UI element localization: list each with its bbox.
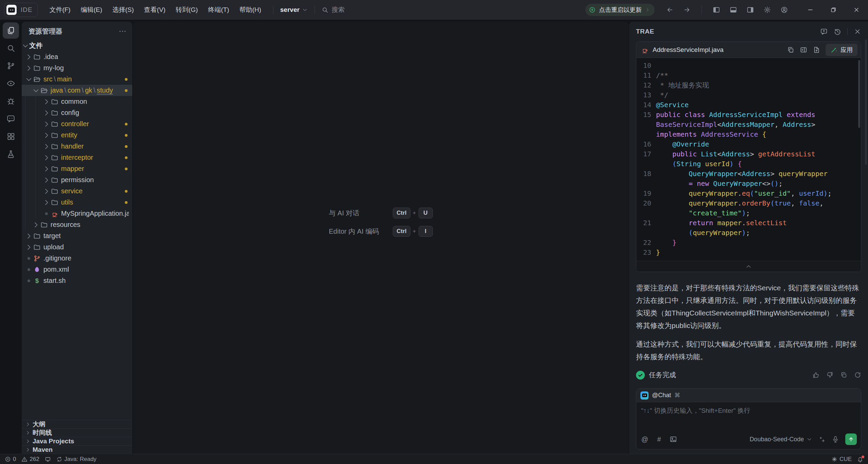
activity-tests-button[interactable] bbox=[3, 146, 19, 162]
global-search-button[interactable]: 搜索 bbox=[322, 5, 345, 14]
panel-scrollbar[interactable] bbox=[865, 39, 867, 165]
menu-文件[interactable]: 文件(F) bbox=[44, 3, 76, 17]
enhance-prompt-button[interactable] bbox=[818, 436, 826, 443]
section-Java Projects[interactable]: Java Projects bbox=[22, 437, 132, 445]
nav-forward-button[interactable] bbox=[680, 3, 694, 17]
tree-item-java-com-gk-study[interactable]: java\com\gk\study bbox=[22, 85, 132, 96]
menu-编辑[interactable]: 编辑(E) bbox=[76, 3, 107, 17]
apply-code-button[interactable]: 应用 bbox=[826, 44, 857, 56]
restart-to-update-button[interactable]: 点击重启以更新 bbox=[585, 4, 655, 16]
problems-warnings[interactable]: 262 bbox=[21, 456, 39, 463]
send-message-button[interactable] bbox=[845, 433, 857, 445]
folder-icon bbox=[33, 64, 41, 72]
tree-item-mapper[interactable]: mapper bbox=[22, 163, 132, 174]
toggle-right-sidebar-button[interactable] bbox=[743, 3, 757, 17]
activity-extensions-button[interactable] bbox=[3, 128, 19, 144]
tree-item-my-log[interactable]: my-log bbox=[22, 62, 132, 74]
menu-转到[interactable]: 转到(G) bbox=[171, 3, 203, 17]
key-cap: U bbox=[419, 208, 433, 218]
code-scrollbar[interactable] bbox=[858, 60, 860, 128]
mention-button[interactable]: @ bbox=[641, 436, 649, 443]
tree-item-upload[interactable]: upload bbox=[22, 241, 132, 253]
thumbs-down-button[interactable] bbox=[826, 371, 833, 379]
tree-item-src-main[interactable]: src\main bbox=[22, 74, 132, 85]
create-file-button[interactable] bbox=[813, 46, 820, 54]
activity-explorer-button[interactable] bbox=[3, 22, 19, 39]
tree-item-service[interactable]: service bbox=[22, 186, 132, 197]
tree-item-utils[interactable]: utils bbox=[22, 197, 132, 208]
thumbs-up-button[interactable] bbox=[812, 371, 819, 379]
tree-item-handler[interactable]: handler bbox=[22, 141, 132, 152]
tree-item-config[interactable]: config bbox=[22, 107, 132, 118]
project-selector[interactable]: server bbox=[280, 6, 308, 14]
activity-debug-button[interactable] bbox=[3, 93, 19, 109]
insert-to-editor-button[interactable] bbox=[800, 46, 807, 54]
chat-input[interactable]: "↑↓" 切换历史输入，"Shift+Enter" 换行 bbox=[636, 402, 861, 432]
voice-input-button[interactable] bbox=[832, 436, 839, 443]
tree-item-pom.xml[interactable]: pom.xml bbox=[22, 264, 132, 275]
notifications-button[interactable] bbox=[857, 456, 863, 462]
cue-toggle[interactable]: CUE bbox=[831, 456, 852, 463]
tree-item-.idea[interactable]: .idea bbox=[22, 51, 132, 62]
collapse-code-button[interactable] bbox=[636, 261, 861, 272]
copy-response-button[interactable] bbox=[840, 371, 847, 379]
attach-image-button[interactable] bbox=[670, 436, 677, 443]
window-restore-button[interactable] bbox=[822, 0, 845, 19]
tree-item-interceptor[interactable]: interceptor bbox=[22, 152, 132, 163]
window-close-button[interactable] bbox=[845, 0, 868, 19]
new-chat-button[interactable] bbox=[820, 28, 828, 35]
activity-chat-button[interactable] bbox=[3, 111, 19, 127]
hint-label: 与 AI 对话 bbox=[329, 209, 360, 218]
code-block[interactable]: 1011/**12 * 地址服务实现13 */14@Service15publi… bbox=[636, 58, 861, 261]
tree-item-target[interactable]: target bbox=[22, 230, 132, 241]
regenerate-button[interactable] bbox=[854, 371, 861, 379]
explorer-more-button[interactable]: ⋯ bbox=[119, 27, 127, 36]
tree-item-.gitignore[interactable]: .gitignore bbox=[22, 253, 132, 264]
menu-选择[interactable]: 选择(S) bbox=[107, 3, 139, 17]
chevron-right-icon bbox=[43, 165, 50, 173]
tree-item-resources[interactable]: resources bbox=[22, 219, 132, 230]
menubar: 文件(F)编辑(E)选择(S)查看(V)转到(G)终端(T)帮助(H) bbox=[44, 3, 266, 17]
section-时间线[interactable]: 时间线 bbox=[22, 428, 132, 437]
nav-back-button[interactable] bbox=[663, 3, 677, 17]
tree-item-controller[interactable]: controller bbox=[22, 118, 132, 130]
model-selector[interactable]: Doubao-Seed-Code bbox=[750, 436, 812, 443]
java-status[interactable]: Java: Ready bbox=[56, 456, 97, 463]
hash-command-button[interactable]: # bbox=[655, 436, 663, 443]
ai-hint-row: Editor 内 AI 编码Ctrl+I bbox=[329, 226, 433, 237]
chat-history-button[interactable] bbox=[834, 28, 841, 35]
section-大纲[interactable]: 大纲 bbox=[22, 420, 132, 428]
app-menu-button[interactable]: IDE bbox=[4, 3, 38, 17]
editor-area[interactable]: 与 AI 对话Ctrl+UEditor 内 AI 编码Ctrl+I bbox=[133, 22, 629, 454]
tree-item-common[interactable]: common bbox=[22, 96, 132, 107]
tree-item-start.sh[interactable]: $start.sh bbox=[22, 275, 132, 286]
toggle-bottom-panel-button[interactable] bbox=[726, 3, 740, 17]
explorer-title: 资源管理器 bbox=[28, 27, 62, 36]
activity-search-button[interactable] bbox=[3, 40, 19, 56]
section-Maven[interactable]: Maven bbox=[22, 445, 132, 454]
tree-item-label: service bbox=[61, 187, 82, 195]
problems-errors[interactable]: 0 bbox=[5, 456, 16, 463]
activity-preview-eye-button[interactable] bbox=[3, 75, 19, 92]
tree-item-permission[interactable]: permission bbox=[22, 174, 132, 186]
tree-item-文件[interactable]: 文件 bbox=[22, 40, 132, 51]
menu-查看[interactable]: 查看(V) bbox=[139, 3, 171, 17]
window-minimize-button[interactable] bbox=[799, 0, 822, 19]
folder-icon bbox=[51, 143, 58, 150]
toggle-left-sidebar-button[interactable] bbox=[709, 3, 724, 17]
divider bbox=[314, 6, 315, 14]
error-icon bbox=[5, 456, 11, 462]
settings-gear-button[interactable] bbox=[760, 3, 774, 17]
menu-终端[interactable]: 终端(T) bbox=[203, 3, 234, 17]
tree-item-MySpringApplication.java[interactable]: MySpringApplication.java bbox=[22, 208, 132, 219]
activity-source-control-button[interactable] bbox=[3, 58, 19, 74]
menu-帮助[interactable]: 帮助(H) bbox=[234, 3, 266, 17]
indent-guide bbox=[25, 219, 32, 230]
tree-item-label: interceptor bbox=[61, 154, 93, 161]
account-button[interactable] bbox=[777, 3, 791, 17]
ports-indicator[interactable] bbox=[45, 456, 51, 462]
tree-item-entity[interactable]: entity bbox=[22, 130, 132, 141]
chat-context-label[interactable]: @Chat bbox=[652, 392, 671, 399]
copy-code-button[interactable] bbox=[787, 46, 794, 54]
close-panel-button[interactable] bbox=[854, 28, 861, 35]
